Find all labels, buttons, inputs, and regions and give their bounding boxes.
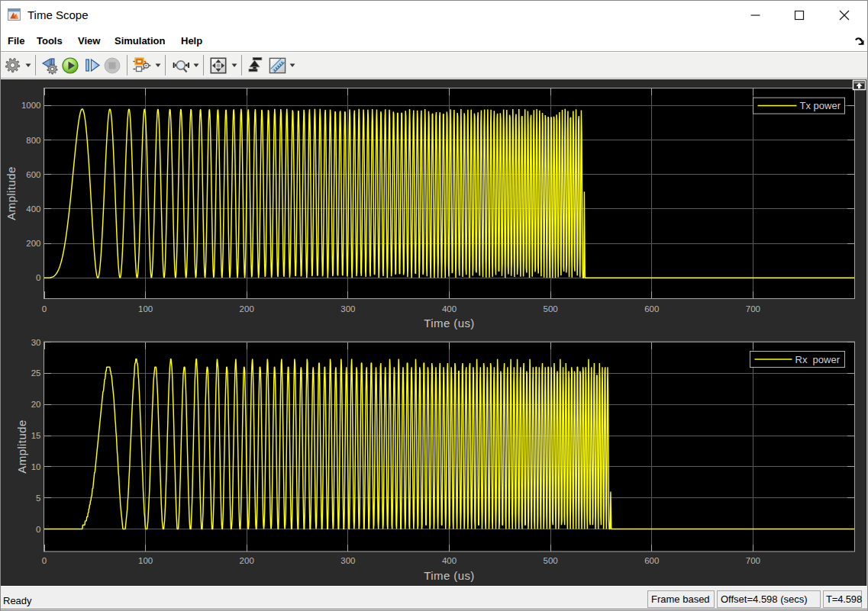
svg-text:800: 800: [26, 136, 40, 145]
svg-text:600: 600: [644, 304, 659, 314]
svg-text:Time (us): Time (us): [424, 317, 474, 330]
svg-text:15: 15: [31, 431, 41, 440]
svg-text:Amplitude: Amplitude: [5, 166, 18, 220]
svg-text:400: 400: [442, 304, 457, 314]
svg-text:100: 100: [138, 304, 153, 314]
svg-text:Amplitude: Amplitude: [15, 420, 28, 473]
svg-text:0: 0: [42, 304, 47, 314]
svg-text:Tx power: Tx power: [800, 100, 841, 111]
svg-text:300: 300: [340, 556, 355, 565]
svg-text:100: 100: [138, 556, 153, 565]
svg-text:600: 600: [644, 556, 659, 565]
svg-text:400: 400: [26, 204, 40, 214]
svg-text:5: 5: [36, 494, 40, 503]
svg-text:600: 600: [26, 170, 40, 179]
svg-text:400: 400: [442, 556, 457, 565]
svg-text:500: 500: [544, 556, 558, 565]
svg-text:700: 700: [746, 556, 760, 565]
svg-text:700: 700: [746, 304, 760, 314]
svg-text:200: 200: [240, 304, 254, 314]
svg-text:0: 0: [42, 556, 47, 565]
svg-text:25: 25: [31, 368, 41, 378]
svg-text:Time (us): Time (us): [424, 569, 474, 582]
svg-text:20: 20: [31, 400, 41, 409]
svg-text:0: 0: [36, 273, 40, 282]
svg-text:300: 300: [340, 304, 355, 314]
svg-text:1000: 1000: [21, 101, 41, 110]
svg-text:0: 0: [36, 525, 40, 534]
svg-text:200: 200: [26, 239, 40, 248]
svg-text:Rx power: Rx power: [795, 354, 841, 365]
svg-text:10: 10: [31, 462, 41, 471]
svg-text:30: 30: [31, 338, 41, 347]
svg-text:200: 200: [240, 556, 254, 565]
svg-text:500: 500: [544, 304, 558, 314]
